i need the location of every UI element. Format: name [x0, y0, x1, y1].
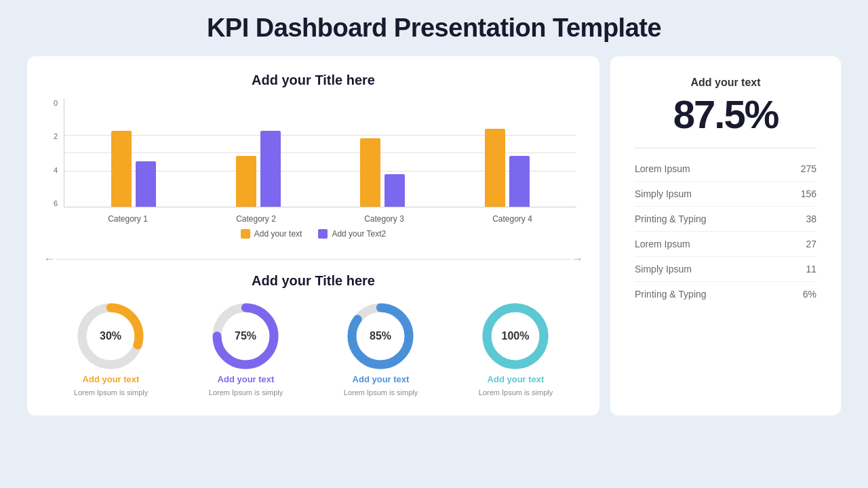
- donut-item: 85% Add your textLorem Ipsum is simply: [344, 302, 418, 396]
- bar-category-label: Category 2: [192, 214, 320, 224]
- bar-purple: [384, 174, 405, 207]
- kpi-row-label: Simply Ipsum: [635, 188, 692, 199]
- kpi-metric-value: 87.5%: [635, 92, 816, 137]
- kpi-row-value: 27: [806, 239, 816, 249]
- donut-item: 30% Add your textLorem Ipsum is simply: [74, 302, 148, 396]
- donut-section: Add your Title here 30% Add your textLor…: [43, 273, 583, 396]
- kpi-row-label: Lorem Ipsum: [635, 239, 690, 249]
- donut-svg: 85%: [347, 302, 414, 370]
- bar-orange: [360, 138, 380, 207]
- kpi-row-label: Printing & Typing: [635, 214, 707, 224]
- y-axis: 6 4 2 0: [43, 99, 60, 207]
- donut-label: Add your text: [218, 374, 275, 384]
- kpi-row-value: 11: [806, 264, 816, 274]
- kpi-rows: Lorem Ipsum275Simply Ipsum156Printing & …: [635, 157, 816, 306]
- legend-dot-orange: [241, 229, 250, 239]
- dashboard: Add your Title here 6 4 2 0 Category 1Ca…: [27, 56, 841, 415]
- bar-chart-title: Add your Title here: [43, 73, 583, 88]
- svg-text:30%: 30%: [100, 330, 121, 342]
- kpi-row-value: 275: [801, 163, 816, 174]
- kpi-row: Printing & Typing38: [635, 207, 816, 232]
- kpi-row-value: 156: [801, 188, 816, 199]
- donut-sublabel: Lorem Ipsum is simply: [344, 388, 418, 396]
- donut-svg: 75%: [212, 302, 279, 370]
- donut-item: 75% Add your textLorem Ipsum is simply: [209, 302, 283, 396]
- bar-category-label: Category 3: [320, 214, 448, 224]
- bar-orange: [236, 156, 256, 207]
- legend-label-purple: Add your Text2: [332, 229, 386, 239]
- kpi-divider: [635, 148, 816, 148]
- bar-group: [445, 129, 570, 207]
- kpi-row: Lorem Ipsum275: [635, 157, 816, 182]
- legend-label-orange: Add your text: [254, 229, 302, 239]
- bar-purple: [136, 161, 156, 207]
- donut-chart-title: Add your Title here: [43, 273, 583, 289]
- kpi-row-label: Simply Ipsum: [635, 264, 692, 274]
- bar-legend: Add your text Add your Text2: [43, 229, 583, 239]
- legend-item-purple: Add your Text2: [318, 229, 386, 239]
- donut-sublabel: Lorem Ipsum is simply: [209, 388, 283, 396]
- kpi-row-label: Printing & Typing: [635, 289, 707, 300]
- svg-text:75%: 75%: [235, 330, 256, 342]
- donut-svg: 100%: [481, 302, 549, 370]
- bar-orange: [111, 131, 132, 207]
- svg-text:100%: 100%: [502, 330, 530, 342]
- right-panel: Add your text 87.5% Lorem Ipsum275Simply…: [610, 56, 841, 415]
- left-panel: Add your Title here 6 4 2 0 Category 1Ca…: [27, 56, 599, 415]
- bar-orange: [485, 129, 505, 207]
- bar-group: [196, 131, 321, 207]
- kpi-metric-label: Add your text: [635, 77, 816, 89]
- bar-purple: [509, 156, 530, 207]
- divider-line: [56, 259, 571, 260]
- kpi-row: Simply Ipsum156: [635, 182, 816, 207]
- divider-arrow: ← →: [43, 252, 583, 266]
- bar-category-label: Category 1: [64, 214, 192, 224]
- bar-group: [71, 131, 196, 207]
- kpi-row: Lorem Ipsum27: [635, 232, 816, 257]
- donut-label: Add your text: [488, 374, 545, 384]
- page-title: KPI Dashboard Presentation Template: [207, 14, 661, 43]
- bar-category-label: Category 4: [448, 214, 576, 224]
- bar-chart: [64, 99, 576, 207]
- donut-svg: 30%: [77, 302, 144, 370]
- svg-text:85%: 85%: [370, 330, 391, 342]
- kpi-row-value: 6%: [803, 289, 816, 300]
- donut-sublabel: Lorem Ipsum is simply: [479, 388, 553, 396]
- kpi-row-label: Lorem Ipsum: [635, 163, 690, 174]
- donut-label: Add your text: [353, 374, 410, 384]
- donut-item: 100% Add your textLorem Ipsum is simply: [479, 302, 553, 396]
- kpi-row: Printing & Typing6%: [635, 282, 816, 306]
- donut-sublabel: Lorem Ipsum is simply: [74, 388, 148, 396]
- bar-chart-section: Add your Title here 6 4 2 0 Category 1Ca…: [43, 73, 583, 245]
- bar-labels: Category 1Category 2Category 3Category 4: [64, 210, 576, 224]
- kpi-row: Simply Ipsum11: [635, 257, 816, 282]
- donuts-row: 30% Add your textLorem Ipsum is simply 7…: [43, 302, 583, 396]
- bar-group: [321, 138, 446, 207]
- donut-label: Add your text: [83, 374, 140, 384]
- bar-purple: [260, 131, 281, 207]
- legend-item-orange: Add your text: [241, 229, 302, 239]
- kpi-row-value: 38: [806, 214, 816, 224]
- legend-dot-purple: [318, 229, 328, 239]
